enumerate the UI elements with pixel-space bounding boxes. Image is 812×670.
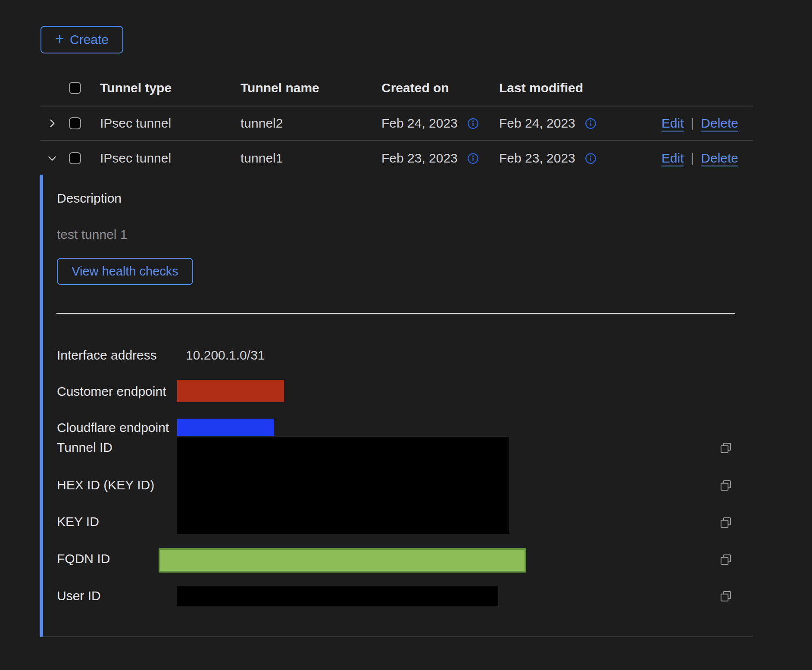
copy-user-id-button[interactable] [720,590,732,602]
cloudflare-endpoint-redaction [177,419,274,436]
table-header-row: Tunnel type Tunnel name Created on Last … [41,70,753,106]
section-divider [56,313,735,314]
info-icon[interactable] [585,153,597,164]
column-header-tunnel-type: Tunnel type [100,81,240,95]
cloudflare-endpoint-label: Cloudflare endpoint [57,420,169,435]
copy-icon [720,590,732,602]
plus-icon: + [55,31,64,47]
create-button-label: Create [70,32,109,47]
cell-last-modified: Feb 24, 2023 [499,116,575,131]
user-id-label: User ID [57,589,101,603]
cell-created-on: Feb 23, 2023 [381,151,458,166]
edit-link[interactable]: Edit [662,116,684,131]
cell-tunnel-name: tunnel1 [240,151,381,166]
row-checkbox[interactable] [69,117,81,129]
customer-endpoint-label: Customer endpoint [57,384,166,399]
cell-tunnel-type: IPsec tunnel [100,116,240,131]
interface-address-label: Interface address [57,348,157,363]
copy-icon [720,517,732,529]
info-icon[interactable] [467,118,479,129]
column-header-last-modified: Last modified [499,81,642,95]
actions-separator: | [690,151,694,166]
chevron-right-icon [47,118,58,129]
table-row: IPsec tunnel tunnel2 Feb 24, 2023 Feb 24… [41,106,753,141]
copy-icon [720,442,732,454]
hex-id-label: HEX ID (KEY ID) [57,478,154,492]
select-all-checkbox[interactable] [69,82,81,94]
cell-tunnel-type: IPsec tunnel [100,151,240,166]
actions-separator: | [690,116,694,131]
tunnel-details-panel: Description test tunnel 1 View health ch… [40,175,753,637]
customer-endpoint-redaction [177,380,284,402]
view-health-checks-button[interactable]: View health checks [57,258,193,285]
chevron-down-icon [47,153,58,164]
row-checkbox[interactable] [69,152,81,164]
cell-created-on: Feb 24, 2023 [381,116,458,131]
collapse-row-button[interactable] [46,152,59,165]
description-label: Description [57,191,122,206]
info-icon[interactable] [585,118,597,129]
tunnels-table: Tunnel type Tunnel name Created on Last … [41,70,753,175]
tunnel-id-label: Tunnel ID [57,440,112,455]
copy-icon [720,554,732,566]
user-id-redaction [177,586,498,606]
info-icon[interactable] [467,153,479,164]
interface-address-value: 10.200.1.0/31 [186,348,265,363]
copy-icon [720,479,732,492]
copy-fqdn-id-button[interactable] [720,554,732,566]
edit-link[interactable]: Edit [662,151,684,166]
fqdn-id-redaction [159,548,526,573]
tunnels-page: + Create Tunnel type Tunnel name Created… [0,0,812,670]
table-row: IPsec tunnel tunnel1 Feb 23, 2023 Feb 23… [41,141,753,175]
delete-link[interactable]: Delete [701,151,738,166]
fqdn-id-label: FQDN ID [57,551,110,566]
description-value: test tunnel 1 [57,227,127,242]
key-id-label: KEY ID [57,514,99,529]
copy-key-id-button[interactable] [720,517,732,529]
expand-row-button[interactable] [46,117,59,130]
copy-hex-id-button[interactable] [720,479,732,492]
cell-last-modified: Feb 23, 2023 [499,151,575,166]
column-header-created-on: Created on [381,81,499,95]
copy-tunnel-id-button[interactable] [720,442,732,454]
delete-link[interactable]: Delete [701,116,738,131]
create-button[interactable]: + Create [41,26,123,53]
cell-tunnel-name: tunnel2 [240,116,381,131]
ids-redaction-block [177,437,509,534]
column-header-tunnel-name: Tunnel name [240,81,381,95]
